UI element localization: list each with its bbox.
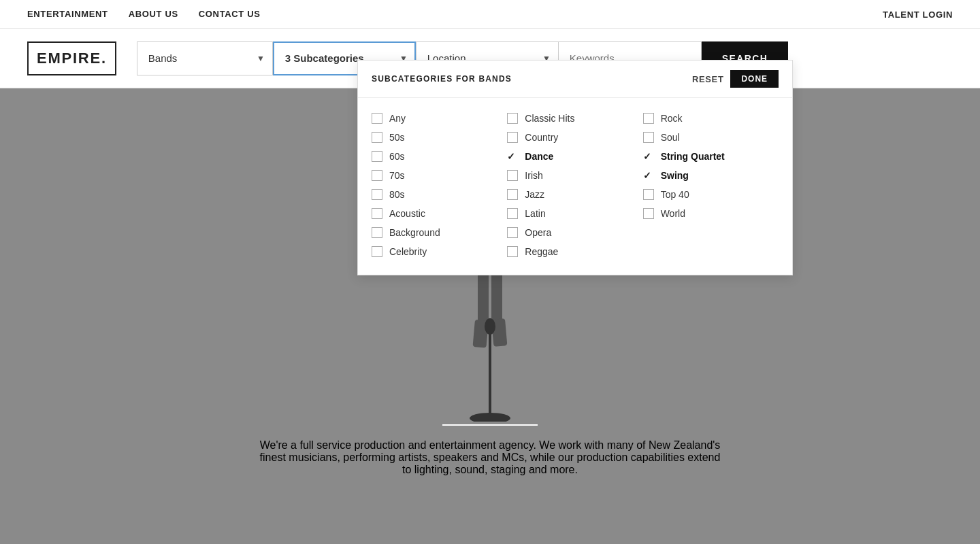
checkbox-80s[interactable] bbox=[372, 189, 382, 200]
label-top40: Top 40 bbox=[661, 189, 689, 200]
nav-about[interactable]: ABOUT US bbox=[129, 9, 178, 19]
checkbox-country[interactable] bbox=[507, 132, 518, 143]
logo: EMPIRE. bbox=[27, 41, 116, 75]
list-item[interactable]: Jazz bbox=[507, 185, 642, 204]
list-item[interactable]: 60s bbox=[372, 147, 507, 166]
dropdown-grid: Any 50s 60s 70s 80s Acoustic bbox=[358, 98, 792, 275]
list-item[interactable]: Classic Hits bbox=[507, 109, 642, 128]
reset-button[interactable]: RESET bbox=[692, 74, 724, 84]
checkbox-background[interactable] bbox=[372, 227, 382, 238]
category-select-wrapper: Bands ▼ bbox=[137, 41, 273, 75]
list-item[interactable]: Opera bbox=[507, 223, 642, 242]
label-soul: Soul bbox=[661, 132, 680, 143]
checkbox-50s[interactable] bbox=[372, 132, 382, 143]
main-nav: ENTERTAINMENT ABOUT US CONTACT US TALENT… bbox=[0, 0, 980, 29]
label-70s: 70s bbox=[389, 170, 405, 181]
checkbox-reggae[interactable] bbox=[507, 246, 518, 257]
label-string-quartet: String Quartet bbox=[661, 151, 725, 162]
hero-description: We're a full service production and ente… bbox=[259, 439, 721, 476]
label-60s: 60s bbox=[389, 151, 405, 162]
label-country: Country bbox=[525, 132, 558, 143]
label-any: Any bbox=[389, 113, 406, 124]
list-item[interactable]: Soul bbox=[643, 128, 779, 147]
checkbox-70s[interactable] bbox=[372, 170, 382, 181]
checkbox-world[interactable] bbox=[643, 208, 654, 219]
dropdown-col-2: Classic Hits Country ✓ Dance Irish Jazz … bbox=[507, 109, 642, 261]
list-item[interactable]: ✓ String Quartet bbox=[643, 147, 779, 166]
list-item[interactable]: Reggae bbox=[507, 242, 642, 261]
label-opera: Opera bbox=[525, 227, 551, 238]
label-acoustic: Acoustic bbox=[389, 208, 425, 219]
checkbox-top40[interactable] bbox=[643, 189, 654, 200]
list-item[interactable]: 50s bbox=[372, 128, 507, 147]
nav-links: ENTERTAINMENT ABOUT US CONTACT US bbox=[27, 9, 261, 19]
list-item[interactable]: 80s bbox=[372, 185, 507, 204]
dropdown-title: SUBCATEGORIES FOR BANDS bbox=[372, 74, 512, 84]
list-item[interactable]: Latin bbox=[507, 204, 642, 223]
label-rock: Rock bbox=[661, 113, 683, 124]
label-classic-hits: Classic Hits bbox=[525, 113, 574, 124]
list-item[interactable]: Irish bbox=[507, 166, 642, 185]
nav-entertainment[interactable]: ENTERTAINMENT bbox=[27, 9, 108, 19]
label-swing: Swing bbox=[661, 170, 689, 181]
subcategory-dropdown: SUBCATEGORIES FOR BANDS RESET DONE Any 5… bbox=[357, 60, 793, 275]
list-item[interactable]: ✓ Swing bbox=[643, 166, 779, 185]
checkmark-dance-icon: ✓ bbox=[507, 151, 518, 162]
label-celebrity: Celebrity bbox=[389, 246, 427, 257]
checkbox-acoustic[interactable] bbox=[372, 208, 382, 219]
list-item[interactable]: Background bbox=[372, 223, 507, 242]
checkbox-irish[interactable] bbox=[507, 170, 518, 181]
label-dance: Dance bbox=[525, 151, 553, 162]
label-reggae: Reggae bbox=[525, 246, 558, 257]
checkbox-60s[interactable] bbox=[372, 151, 382, 162]
label-background: Background bbox=[389, 227, 440, 238]
nav-right: TALENT LOGIN bbox=[883, 8, 953, 20]
checkbox-any[interactable] bbox=[372, 113, 382, 124]
category-select[interactable]: Bands bbox=[137, 41, 273, 75]
checkbox-opera[interactable] bbox=[507, 227, 518, 238]
checkmark-swing-icon: ✓ bbox=[643, 170, 654, 181]
dropdown-col-1: Any 50s 60s 70s 80s Acoustic bbox=[372, 109, 507, 261]
list-item[interactable]: Acoustic bbox=[372, 204, 507, 223]
list-item[interactable]: Top 40 bbox=[643, 185, 779, 204]
dropdown-col-3: Rock Soul ✓ String Quartet ✓ Swing Top 4… bbox=[643, 109, 779, 261]
label-50s: 50s bbox=[389, 132, 405, 143]
done-button[interactable]: DONE bbox=[730, 70, 779, 88]
list-item[interactable]: ✓ Dance bbox=[507, 147, 642, 166]
dropdown-header: SUBCATEGORIES FOR BANDS RESET DONE bbox=[358, 61, 792, 98]
checkbox-latin[interactable] bbox=[507, 208, 518, 219]
svg-rect-8 bbox=[489, 326, 491, 415]
hero-divider bbox=[442, 424, 538, 426]
checkbox-jazz[interactable] bbox=[507, 189, 518, 200]
svg-point-10 bbox=[485, 318, 495, 335]
checkbox-classic-hits[interactable] bbox=[507, 113, 518, 124]
list-item[interactable]: World bbox=[643, 204, 779, 223]
label-80s: 80s bbox=[389, 189, 405, 200]
nav-talent-login[interactable]: TALENT LOGIN bbox=[883, 10, 953, 20]
list-item[interactable]: Any bbox=[372, 109, 507, 128]
checkbox-soul[interactable] bbox=[643, 132, 654, 143]
nav-contact[interactable]: CONTACT US bbox=[199, 9, 261, 19]
checkbox-celebrity[interactable] bbox=[372, 246, 382, 257]
list-item[interactable]: Country bbox=[507, 128, 642, 147]
list-item[interactable]: 70s bbox=[372, 166, 507, 185]
list-item[interactable]: Rock bbox=[643, 109, 779, 128]
dropdown-actions: RESET DONE bbox=[692, 70, 779, 88]
hero-content: We're a full service production and ente… bbox=[259, 424, 721, 476]
svg-point-9 bbox=[470, 413, 510, 422]
list-item[interactable]: Celebrity bbox=[372, 242, 507, 261]
label-latin: Latin bbox=[525, 208, 545, 219]
label-irish: Irish bbox=[525, 170, 542, 181]
label-world: World bbox=[661, 208, 685, 219]
checkbox-rock[interactable] bbox=[643, 113, 654, 124]
label-jazz: Jazz bbox=[525, 189, 544, 200]
checkmark-string-quartet-icon: ✓ bbox=[643, 151, 654, 162]
